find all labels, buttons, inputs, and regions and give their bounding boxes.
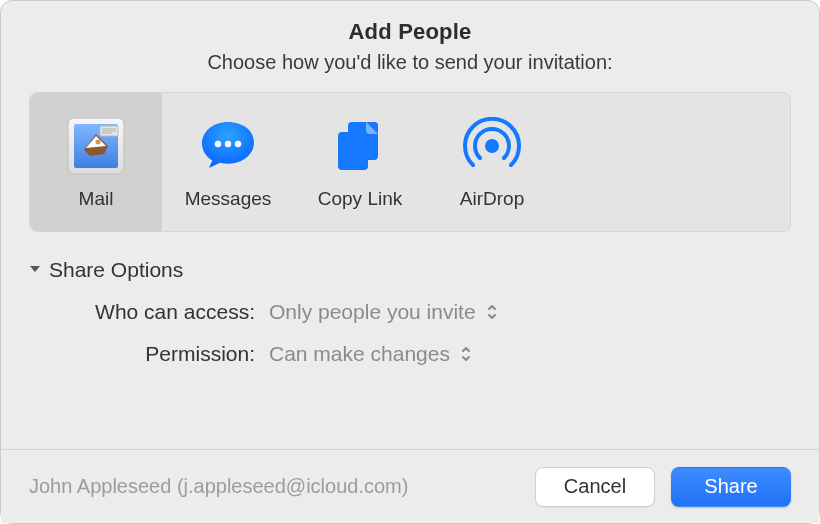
share-button[interactable]: Share [671,467,791,507]
page-subtitle: Choose how you'd like to send your invit… [1,51,819,74]
share-method-label: Messages [185,188,272,210]
permission-label: Permission: [29,342,269,366]
share-method-airdrop[interactable]: AirDrop [426,93,558,231]
who-can-access-popup[interactable]: Only people you invite [269,300,791,324]
share-options-label: Share Options [49,258,183,282]
svg-point-7 [215,141,221,147]
share-options-disclosure[interactable]: Share Options [29,258,791,282]
share-options: Who can access: Only people you invite P… [29,300,791,366]
account-info: John Appleseed (j.appleseed@icloud.com) [29,475,519,498]
svg-point-13 [485,139,499,153]
share-method-messages[interactable]: Messages [162,93,294,231]
share-method-picker: Mail Messages [29,92,791,232]
svg-point-2 [96,140,101,145]
mail-app-icon [64,114,128,178]
add-people-sheet: Add People Choose how you'd like to send… [0,0,820,524]
footer: John Appleseed (j.appleseed@icloud.com) … [1,449,819,523]
airdrop-icon [460,114,524,178]
header: Add People Choose how you'd like to send… [1,1,819,74]
permission-value: Can make changes [269,342,450,366]
share-options-section: Share Options [29,258,791,282]
svg-point-8 [225,141,231,147]
svg-rect-11 [338,132,368,170]
share-method-copy-link[interactable]: Copy Link [294,93,426,231]
svg-point-9 [235,141,241,147]
cancel-button[interactable]: Cancel [535,467,655,507]
share-method-label: AirDrop [460,188,524,210]
who-can-access-value: Only people you invite [269,300,476,324]
disclosure-triangle-icon [29,262,41,278]
page-title: Add People [1,19,819,45]
share-method-mail[interactable]: Mail [30,93,162,231]
messages-icon [196,114,260,178]
share-method-label: Mail [79,188,114,210]
share-method-label: Copy Link [318,188,403,210]
who-can-access-label: Who can access: [29,300,269,324]
permission-popup[interactable]: Can make changes [269,342,791,366]
popup-chevron-icon [460,345,472,363]
copy-link-icon [328,114,392,178]
popup-chevron-icon [486,303,498,321]
